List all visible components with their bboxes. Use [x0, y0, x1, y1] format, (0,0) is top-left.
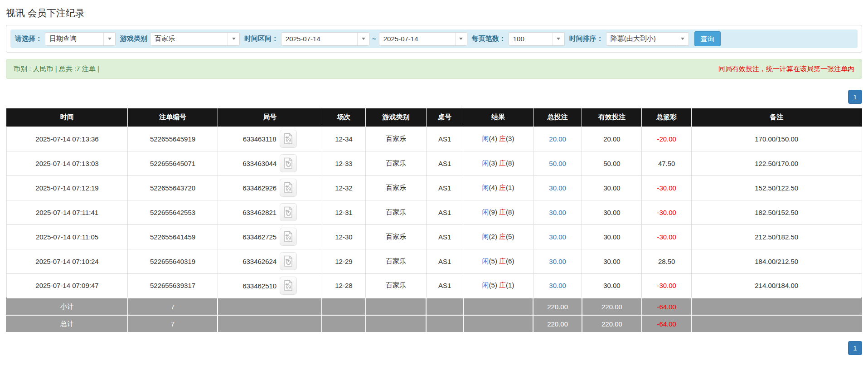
chevron-down-icon[interactable] — [677, 33, 689, 45]
total-bet-link[interactable]: 30.00 — [549, 258, 566, 265]
cell-table-no: AS1 — [426, 224, 463, 249]
cell-result: 闲(9) 庄(8) — [463, 200, 533, 224]
header-bet-id: 注单编号 — [128, 108, 218, 127]
page-1-button[interactable]: 1 — [848, 341, 862, 355]
cell-valid-bet: 30.00 — [582, 273, 642, 298]
video-replay-button[interactable] — [280, 130, 297, 148]
search-button[interactable]: 查询 — [694, 31, 721, 46]
total-bet-link[interactable]: 20.00 — [549, 135, 566, 143]
video-file-icon — [283, 206, 293, 218]
cell-table-no: AS1 — [426, 151, 463, 175]
cell-result: 闲(4) 庄(1) — [463, 175, 533, 200]
date-from-picker[interactable]: 2025-07-14 — [281, 32, 369, 46]
video-replay-button[interactable] — [280, 252, 297, 270]
query-type-value: 日期查询 — [45, 33, 103, 45]
result-player-label: 闲 — [482, 208, 489, 216]
cell-round-id: 633462926 — [218, 175, 322, 200]
table-row: 2025-07-14 07:11:05 522655641459 6334627… — [6, 224, 862, 249]
result-player-value: (3) — [489, 159, 497, 167]
result-banker-label: 庄 — [499, 184, 506, 191]
cell-result: 闲(4) 庄(3) — [463, 127, 533, 151]
game-type-value: 百家乐 — [150, 33, 228, 45]
total-bet-link[interactable]: 30.00 — [549, 184, 566, 192]
cell-remark: 182.50/152.50 — [691, 200, 862, 224]
total-bet-link[interactable]: 30.00 — [549, 233, 566, 241]
cell-bet-id: 522655640319 — [128, 249, 218, 273]
cell-summary-total-bet: 220.00 — [533, 315, 582, 332]
cell-result: 闲(3) 庄(8) — [463, 151, 533, 175]
cell-empty — [366, 298, 427, 315]
cell-summary-total-bet: 220.00 — [533, 298, 582, 315]
table-row: 2025-07-14 07:09:47 522655639317 6334625… — [6, 273, 862, 298]
chevron-down-icon[interactable] — [357, 33, 369, 45]
cell-payout: -30.00 — [642, 224, 691, 249]
total-bet-link[interactable]: 30.00 — [549, 209, 566, 216]
currency-total-text: 币别 : 人民币 | 总共 :7 注单 | — [14, 65, 99, 73]
cell-empty — [426, 315, 463, 332]
table-row: 2025-07-14 07:13:36 522655645919 6334631… — [6, 127, 862, 151]
summary-bar: 币别 : 人民币 | 总共 :7 注单 | 同局有效投注，统一计算在该局第一张注… — [6, 59, 862, 79]
cell-total-bet: 30.00 — [533, 200, 582, 224]
header-valid-bet: 有效投注 — [582, 108, 642, 127]
result-player-value: (4) — [489, 184, 497, 191]
cell-empty — [463, 298, 533, 315]
game-type-select[interactable]: 百家乐 — [150, 32, 240, 46]
date-to-picker[interactable]: 2025-07-14 — [379, 32, 467, 46]
total-bet-link[interactable]: 30.00 — [549, 282, 566, 289]
result-banker-label: 庄 — [499, 208, 506, 216]
video-file-icon — [283, 182, 293, 194]
total-bet-link[interactable]: 50.00 — [549, 160, 566, 167]
cell-total-bet: 30.00 — [533, 249, 582, 273]
video-replay-button[interactable] — [280, 203, 297, 221]
cell-valid-bet: 20.00 — [582, 127, 642, 151]
cell-remark: 212.50/182.50 — [691, 224, 862, 249]
cell-bet-id: 522655645071 — [128, 151, 218, 175]
filter-bar: 请选择： 日期查询 游戏类别 百家乐 时间区间： 2025-07-14 ~ 20… — [10, 29, 858, 48]
query-type-label: 请选择： — [15, 34, 42, 43]
cell-payout: -30.00 — [642, 175, 691, 200]
cell-empty — [218, 298, 322, 315]
chevron-down-icon[interactable] — [228, 33, 239, 45]
cell-empty — [691, 298, 862, 315]
cell-table-no: AS1 — [426, 200, 463, 224]
chevron-down-icon[interactable] — [553, 33, 564, 45]
cell-game-type: 百家乐 — [366, 273, 427, 298]
cell-valid-bet: 50.00 — [582, 151, 642, 175]
chevron-down-icon[interactable] — [455, 33, 467, 45]
cell-payout: 47.50 — [642, 151, 691, 175]
header-session: 场次 — [322, 108, 365, 127]
result-banker-label: 庄 — [499, 257, 506, 265]
cell-round-id: 633463118 — [218, 127, 322, 151]
round-id-text: 633462624 — [242, 258, 276, 265]
cell-time: 2025-07-14 07:10:24 — [6, 249, 128, 273]
table-row: 2025-07-14 07:11:41 522655642553 6334628… — [6, 200, 862, 224]
page-size-select[interactable]: 100 — [509, 32, 565, 46]
cell-game-type: 百家乐 — [366, 175, 427, 200]
cell-summary-payout: -64.00 — [642, 298, 691, 315]
cell-round-id: 633463044 — [218, 151, 322, 175]
cell-valid-bet: 30.00 — [582, 249, 642, 273]
result-banker-value: (8) — [506, 208, 514, 216]
table-footer: 小计 7 220.00 220.00 -64.00 总计 7 220.00 22… — [6, 298, 862, 332]
video-replay-button[interactable] — [280, 228, 297, 246]
page-1-button[interactable]: 1 — [848, 90, 862, 104]
video-replay-button[interactable] — [280, 277, 297, 295]
result-player-value: (5) — [489, 281, 497, 289]
cell-table-no: AS1 — [426, 127, 463, 151]
cell-round-id: 633462624 — [218, 249, 322, 273]
round-id-text: 633462926 — [242, 184, 276, 192]
query-type-select[interactable]: 日期查询 — [45, 32, 116, 46]
chevron-down-icon[interactable] — [103, 33, 115, 45]
summary-row: 总计 7 220.00 220.00 -64.00 — [6, 315, 862, 332]
sort-order-select[interactable]: 降冪(由大到小) — [606, 32, 689, 46]
video-replay-button[interactable] — [280, 179, 297, 197]
cell-empty — [218, 315, 322, 332]
page-container: 视讯 会员下注纪录 请选择： 日期查询 游戏类别 百家乐 时间区间： 2025-… — [0, 0, 868, 355]
cell-time: 2025-07-14 07:12:19 — [6, 175, 128, 200]
cell-empty — [463, 315, 533, 332]
video-replay-button[interactable] — [280, 154, 297, 172]
cell-time: 2025-07-14 07:11:41 — [6, 200, 128, 224]
cell-summary-label: 小计 — [6, 298, 128, 315]
cell-bet-id: 522655639317 — [128, 273, 218, 298]
sort-order-label: 时间排序： — [569, 34, 603, 43]
